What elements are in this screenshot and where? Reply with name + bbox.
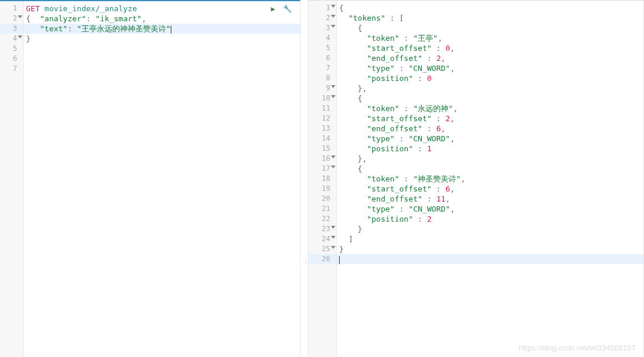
line-number: 3 xyxy=(308,23,336,33)
line-number: 14 xyxy=(308,134,336,144)
code-line[interactable] xyxy=(24,64,300,74)
wrench-icon[interactable]: 🔧 xyxy=(283,5,292,13)
code-line[interactable]: "end_offset" : 2, xyxy=(337,53,644,63)
code-line[interactable]: "position" : 0 xyxy=(337,73,644,83)
code-line[interactable]: "token" : "永远的神", xyxy=(337,103,644,113)
line-number: 21 xyxy=(308,204,336,214)
line-number: 8 xyxy=(308,73,336,83)
line-number: 23 xyxy=(308,224,336,234)
code-line[interactable]: "type" : "CN_WORD", xyxy=(337,63,644,73)
code-line[interactable]: { xyxy=(337,23,644,33)
line-number: 20 xyxy=(308,194,336,204)
fold-icon[interactable] xyxy=(331,95,336,98)
code-line[interactable]: { xyxy=(337,3,644,13)
code-line[interactable]: }, xyxy=(337,154,644,164)
fold-icon[interactable] xyxy=(331,85,336,88)
fold-icon[interactable] xyxy=(331,155,336,158)
response-viewer[interactable]: { "tokens" : [ { "token" : "王亭", "start_… xyxy=(337,3,644,264)
code-line[interactable]: "end_offset" : 11, xyxy=(337,194,644,204)
code-line[interactable] xyxy=(337,254,644,264)
line-number: 6 xyxy=(308,53,336,63)
line-number: 24 xyxy=(308,234,336,244)
request-gutter: 1234567 xyxy=(0,1,24,357)
line-number: 19 xyxy=(308,184,336,194)
code-line[interactable]: "token" : "王亭", xyxy=(337,33,644,43)
code-line[interactable]: { xyxy=(337,164,644,174)
request-editor[interactable]: GET movie_index/_analyze{ "analyzer": "i… xyxy=(24,4,300,74)
fold-icon[interactable] xyxy=(331,246,336,249)
fold-icon[interactable] xyxy=(331,25,336,28)
code-line[interactable]: "position" : 1 xyxy=(337,144,644,154)
line-number: 7 xyxy=(0,64,23,74)
line-number: 5 xyxy=(308,43,336,53)
line-number: 12 xyxy=(308,113,336,124)
line-number: 1 xyxy=(308,3,336,13)
line-number: 18 xyxy=(308,174,336,184)
pane-divider[interactable]: ⋮ xyxy=(300,0,308,357)
code-line[interactable]: "type" : "CN_WORD", xyxy=(337,204,644,214)
code-line[interactable]: "tokens" : [ xyxy=(337,13,644,23)
code-line[interactable]: { xyxy=(337,93,644,103)
code-line[interactable]: "position" : 2 xyxy=(337,214,644,224)
text-cursor xyxy=(171,25,171,34)
line-number: 5 xyxy=(0,44,23,54)
line-number: 4 xyxy=(0,34,23,44)
line-number: 9 xyxy=(308,83,336,93)
line-number: 11 xyxy=(308,103,336,113)
line-number: 16 xyxy=(308,154,336,164)
fold-icon[interactable] xyxy=(331,15,336,18)
code-line[interactable]: }, xyxy=(337,83,644,93)
code-line[interactable] xyxy=(24,44,300,54)
line-number: 26 xyxy=(308,254,336,264)
run-icon[interactable]: ▶ xyxy=(271,5,275,13)
response-gutter: 1234567891011121314151617181920212223242… xyxy=(308,1,337,357)
code-line[interactable]: { "analyzer": "ik_smart", xyxy=(24,14,300,24)
watermark-text: https://blog.csdn.net/wt334502157 xyxy=(519,343,636,352)
line-number: 7 xyxy=(308,63,336,73)
line-number: 10 xyxy=(308,93,336,103)
editor-container: ▶ 🔧 1234567 GET movie_index/_analyze{ "a… xyxy=(0,0,644,357)
line-number: 13 xyxy=(308,124,336,134)
code-line[interactable]: "start_offset" : 6, xyxy=(337,184,644,194)
line-number: 22 xyxy=(308,214,336,224)
text-cursor xyxy=(339,256,340,264)
line-number: 2 xyxy=(308,13,336,23)
request-toolbar: ▶ 🔧 xyxy=(268,5,292,13)
code-line[interactable]: "text": "王亭永远的神神圣赞美诗" xyxy=(24,24,300,34)
code-line[interactable]: "type" : "CN_WORD", xyxy=(337,134,644,144)
line-number: 1 xyxy=(0,4,23,14)
code-line[interactable]: } xyxy=(337,224,644,234)
code-line[interactable]: } xyxy=(337,244,644,254)
code-line[interactable]: } xyxy=(24,34,300,44)
line-number: 4 xyxy=(308,33,336,43)
fold-icon[interactable] xyxy=(331,226,336,229)
line-number: 2 xyxy=(0,14,23,24)
code-line[interactable]: "start_offset" : 2, xyxy=(337,113,644,124)
fold-icon[interactable] xyxy=(331,5,336,8)
code-line[interactable]: "token" : "神圣赞美诗", xyxy=(337,174,644,184)
response-pane: 1234567891011121314151617181920212223242… xyxy=(308,0,644,357)
request-pane: ▶ 🔧 1234567 GET movie_index/_analyze{ "a… xyxy=(0,0,300,357)
code-line[interactable]: "start_offset" : 0, xyxy=(337,43,644,53)
code-line[interactable]: GET movie_index/_analyze xyxy=(24,4,300,14)
line-number: 15 xyxy=(308,144,336,154)
fold-icon[interactable] xyxy=(331,236,336,239)
fold-icon[interactable] xyxy=(18,35,22,38)
code-line[interactable]: ] xyxy=(337,234,644,244)
code-line[interactable] xyxy=(24,54,300,64)
line-number: 3 xyxy=(0,24,23,34)
line-number: 17 xyxy=(308,164,336,174)
fold-icon[interactable] xyxy=(331,165,336,168)
line-number: 6 xyxy=(0,54,23,64)
code-line[interactable]: "end_offset" : 6, xyxy=(337,124,644,134)
line-number: 25 xyxy=(308,244,336,254)
fold-icon[interactable] xyxy=(18,15,22,18)
